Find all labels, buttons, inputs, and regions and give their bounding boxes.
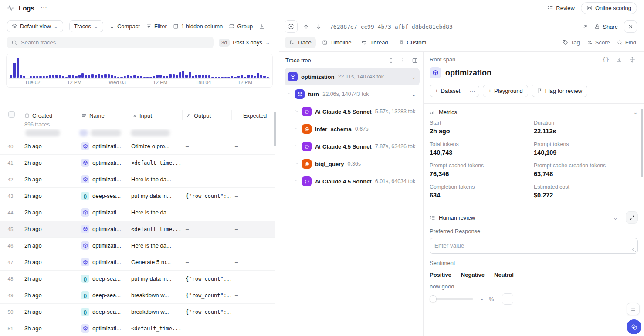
histogram-bar[interactable] bbox=[88, 75, 90, 78]
clear-score-button[interactable] bbox=[502, 293, 513, 305]
histogram-bar[interactable] bbox=[251, 75, 253, 78]
sentiment-positive-button[interactable]: Positive bbox=[430, 272, 451, 278]
histogram-bar[interactable] bbox=[85, 75, 87, 78]
histogram-bar[interactable] bbox=[95, 75, 97, 78]
histogram-bar[interactable] bbox=[10, 75, 12, 78]
histogram-bar[interactable] bbox=[59, 75, 61, 78]
compact-toggle[interactable]: Compact bbox=[109, 23, 140, 30]
histogram-bar[interactable] bbox=[189, 72, 191, 78]
histogram-bar[interactable] bbox=[101, 75, 103, 78]
histogram-bar[interactable] bbox=[176, 75, 178, 78]
previous-trace-button[interactable] bbox=[302, 24, 310, 30]
hidden-column-button[interactable]: 1 hidden column bbox=[173, 23, 223, 30]
sentiment-negative-button[interactable]: Negative bbox=[461, 272, 485, 278]
find-button[interactable]: Find bbox=[614, 37, 639, 48]
table-row[interactable]: 452h agooptimizati...<default_time...–– bbox=[0, 221, 275, 238]
histogram-bar[interactable] bbox=[81, 73, 84, 78]
export-button[interactable] bbox=[259, 24, 265, 30]
histogram-bar[interactable] bbox=[156, 75, 158, 78]
column-header-created[interactable]: Created bbox=[21, 110, 78, 120]
dataset-more-button[interactable]: ⋯ bbox=[465, 85, 479, 97]
histogram-bar[interactable] bbox=[205, 75, 207, 78]
histogram-bar[interactable] bbox=[267, 77, 269, 78]
histogram-bar[interactable] bbox=[98, 74, 100, 78]
histogram-bar[interactable] bbox=[227, 77, 230, 78]
add-to-dataset-button[interactable]: + Dataset bbox=[430, 85, 465, 97]
histogram-bar[interactable] bbox=[36, 76, 38, 78]
histogram-bar[interactable] bbox=[143, 77, 146, 78]
online-scoring-button[interactable]: Online scoring bbox=[581, 2, 637, 14]
table-row[interactable]: 432h ago()deep-sea...put my data in...{"… bbox=[0, 188, 275, 204]
histogram-bar[interactable] bbox=[39, 76, 41, 78]
histogram-bar[interactable] bbox=[26, 77, 28, 78]
sentiment-neutral-button[interactable]: Neutral bbox=[494, 272, 514, 278]
assistant-floating-button[interactable] bbox=[627, 319, 641, 334]
table-row[interactable]: 513h agooptimizati...<default_time...–– bbox=[0, 320, 275, 336]
select-all-checkbox[interactable] bbox=[8, 111, 15, 118]
close-panel-button[interactable] bbox=[624, 20, 637, 33]
tree-span-turn[interactable]: turn22.06s, 140743 tok⌄ bbox=[291, 85, 420, 103]
histogram-bar[interactable] bbox=[260, 75, 262, 78]
histogram-bar[interactable] bbox=[149, 77, 152, 78]
move-icon[interactable] bbox=[629, 57, 635, 63]
histogram-bar[interactable] bbox=[182, 71, 184, 78]
trace-volume-histogram[interactable]: Tue 0212 PMWed 0312 PMThu 0412 PM bbox=[6, 54, 273, 88]
histogram-bar[interactable] bbox=[33, 76, 35, 78]
filter-button[interactable]: Filter bbox=[146, 23, 167, 30]
column-header-output[interactable]: Output bbox=[182, 110, 231, 120]
histogram-bar[interactable] bbox=[231, 76, 233, 78]
tree-span-claude-4-5-sonnet[interactable]: A\Claude 4.5 Sonnet6.01s, 64034 tok bbox=[298, 173, 420, 190]
table-row[interactable]: 472h agooptimizati...Generate 5 ro...–– bbox=[0, 254, 275, 271]
tab-trace[interactable]: Trace bbox=[285, 37, 316, 48]
tree-span-btql-query[interactable]: btql_query0.36s bbox=[298, 155, 420, 173]
tree-span-optimization[interactable]: optimization22.11s, 140743 tok⌄ bbox=[285, 68, 420, 85]
histogram-bar[interactable] bbox=[247, 75, 249, 78]
download-icon[interactable] bbox=[616, 57, 622, 63]
column-header-input[interactable]: Input bbox=[128, 110, 182, 120]
histogram-bar[interactable] bbox=[124, 76, 126, 78]
tab-custom[interactable]: Custom bbox=[394, 37, 431, 48]
histogram-bar[interactable] bbox=[179, 72, 181, 78]
column-header-name[interactable]: Name bbox=[78, 110, 128, 120]
histogram-bar[interactable] bbox=[208, 75, 210, 78]
histogram-bar[interactable] bbox=[137, 76, 139, 78]
histogram-bar[interactable] bbox=[195, 75, 197, 78]
slider-thumb[interactable] bbox=[430, 295, 437, 302]
detail-scrollbar[interactable] bbox=[641, 109, 643, 177]
histogram-bar[interactable] bbox=[13, 63, 15, 78]
histogram-bar[interactable] bbox=[52, 75, 54, 78]
histogram-bar[interactable] bbox=[49, 75, 51, 78]
histogram-bar[interactable] bbox=[23, 76, 25, 78]
preferred-response-input[interactable]: Enter value bbox=[430, 238, 638, 254]
histogram-bar[interactable] bbox=[30, 76, 32, 78]
page-menu-button[interactable]: ⋯ bbox=[39, 4, 49, 12]
histogram-bar[interactable] bbox=[169, 74, 171, 78]
table-row[interactable]: 403h agooptimizati...Otimize o pro...–– bbox=[0, 138, 275, 155]
table-row[interactable]: 492h ago()deep-sea...breakdown w...{"row… bbox=[0, 287, 275, 304]
panel-menu-button[interactable] bbox=[627, 303, 640, 315]
next-trace-button[interactable] bbox=[315, 24, 323, 30]
histogram-bar[interactable] bbox=[130, 76, 132, 78]
left-table-scrollbar[interactable] bbox=[274, 112, 276, 146]
histogram-bar[interactable] bbox=[218, 77, 220, 78]
time-range-selector[interactable]: 3d Past 3 days ⌄ bbox=[217, 37, 272, 48]
histogram-bar[interactable] bbox=[215, 77, 217, 78]
table-row[interactable]: 442h agooptimizati...Here is the da...–– bbox=[0, 204, 275, 221]
expand-review-button[interactable] bbox=[626, 211, 638, 224]
histogram-bar[interactable] bbox=[166, 76, 168, 78]
histogram-bar[interactable] bbox=[202, 75, 204, 78]
histogram-bar[interactable] bbox=[153, 76, 155, 78]
chevron-down-icon[interactable]: ⌄ bbox=[411, 74, 416, 80]
histogram-bar[interactable] bbox=[104, 74, 106, 78]
histogram-bar[interactable] bbox=[117, 77, 119, 78]
kebab-menu-icon[interactable] bbox=[400, 58, 406, 63]
histogram-bar[interactable] bbox=[257, 73, 259, 78]
histogram-bar[interactable] bbox=[127, 75, 129, 78]
histogram-bar[interactable] bbox=[65, 77, 68, 78]
histogram-bar[interactable] bbox=[72, 75, 74, 78]
histogram-bar[interactable] bbox=[108, 74, 110, 78]
tree-span-claude-4-5-sonnet[interactable]: A\Claude 4.5 Sonnet5.57s, 13283 tok bbox=[298, 103, 420, 120]
histogram-bar[interactable] bbox=[224, 77, 227, 78]
histogram-bar[interactable] bbox=[254, 76, 256, 78]
histogram-bar[interactable] bbox=[114, 76, 116, 78]
